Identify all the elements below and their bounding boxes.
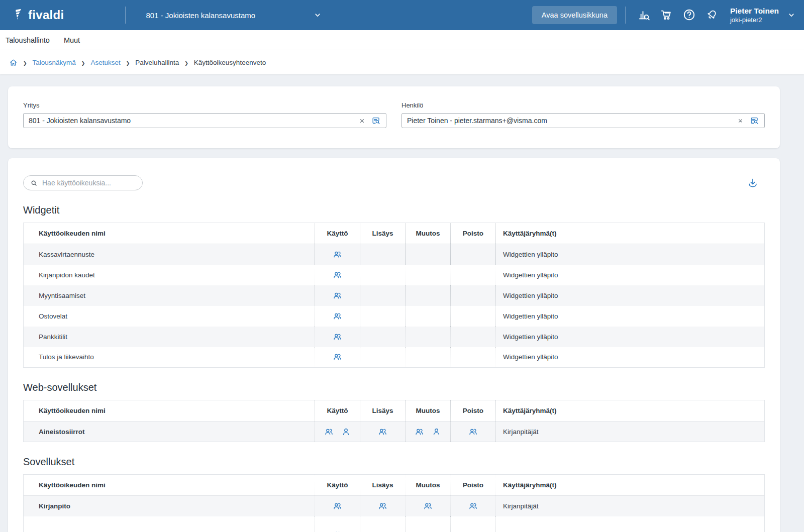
permission-cell	[315, 516, 360, 532]
section-title: Widgetit	[23, 204, 765, 216]
user-group-icon	[333, 352, 342, 362]
permission-cell	[315, 327, 360, 347]
home-link[interactable]	[9, 58, 18, 67]
permission-cell	[451, 327, 496, 347]
column-header: Käyttö	[315, 223, 360, 244]
home-icon	[9, 58, 18, 67]
permission-cell	[315, 244, 360, 265]
permission-cell	[315, 421, 360, 442]
permission-cell	[360, 265, 406, 285]
user-group-icon	[333, 291, 342, 300]
permission-cell	[360, 496, 406, 516]
permission-cell	[406, 347, 451, 368]
user-groups: Widgettien ylläpito	[496, 265, 765, 285]
company-input[interactable]	[29, 117, 359, 125]
table-row: PankkitilitWidgettien ylläpito	[24, 327, 765, 347]
chart-search-button[interactable]	[637, 8, 651, 22]
permission-cell	[406, 421, 451, 442]
user-group-icon	[378, 501, 387, 511]
permission-cell	[406, 306, 451, 327]
download-button[interactable]	[747, 177, 759, 189]
permission-cell	[315, 496, 360, 516]
permissions-card: WidgetitKäyttöoikeuden nimiKäyttöLisäysM…	[8, 158, 780, 532]
breadcrumb-separator	[126, 59, 130, 66]
breadcrumb-separator	[184, 59, 188, 66]
user-group-icon	[333, 250, 342, 259]
list-search-icon	[750, 116, 759, 126]
open-app-window-button[interactable]: Avaa sovellusikkuna	[532, 6, 617, 24]
tab-muut[interactable]: Muut	[64, 36, 80, 44]
table-row: Tulos ja liikevaihtoWidgettien ylläpito	[24, 347, 765, 368]
table-row: AineistosiirrotKirjanpitäjät	[24, 421, 765, 442]
company-input-wrap	[23, 113, 386, 128]
permissions-search	[23, 175, 143, 190]
column-header: Poisto	[451, 475, 496, 496]
user-group-icon	[324, 427, 334, 437]
permission-cell	[451, 347, 496, 368]
company-field: Yritys	[23, 101, 386, 128]
topbar-divider	[125, 7, 126, 24]
permission-name: Ostovelat	[24, 306, 315, 327]
topbar: fivaldi 801 - Jokioisten kalansavustamo …	[0, 0, 804, 30]
user-group-icon	[333, 270, 342, 280]
permission-cell	[406, 327, 451, 347]
permission-cell	[406, 516, 451, 532]
permission-name: Kirjanpito	[24, 496, 315, 516]
fivaldi-logo-icon	[11, 8, 25, 23]
table-row: OstovelatWidgettien ylläpito	[24, 306, 765, 327]
user-menu[interactable]: Pieter Toinen joki-pieter2	[730, 6, 796, 24]
breadcrumb-item-asetukset[interactable]: Asetukset	[90, 59, 120, 66]
person-input[interactable]	[407, 117, 738, 125]
permission-cell	[315, 306, 360, 327]
column-header: Muutos	[406, 475, 451, 496]
user-groups: Widgettien ylläpito	[496, 244, 765, 265]
company-clear-button[interactable]	[359, 118, 365, 124]
download-icon	[747, 177, 759, 189]
person-clear-button[interactable]	[738, 118, 743, 124]
permission-cell	[406, 244, 451, 265]
permission-cell	[315, 265, 360, 285]
column-header: Käyttäjäryhmä(t)	[496, 475, 765, 496]
breadcrumb-separator	[23, 59, 27, 66]
user-groups: Kirjanpitäjät	[496, 496, 765, 516]
column-header: Käyttö	[315, 400, 360, 421]
notifications-button[interactable]	[705, 8, 719, 22]
breadcrumb: Talousnäkymä Asetukset Palveluhallinta K…	[0, 50, 804, 74]
permissions-section: WidgetitKäyttöoikeuden nimiKäyttöLisäysM…	[23, 204, 765, 368]
breadcrumb-item-talousnakyma[interactable]: Talousnäkymä	[33, 59, 76, 66]
user-groups	[496, 516, 765, 532]
permission-cell	[451, 285, 496, 306]
user-groups: Widgettien ylläpito	[496, 347, 765, 368]
permissions-table: Käyttöoikeuden nimiKäyttöLisäysMuutosPoi…	[23, 400, 765, 442]
section-title: Sovellukset	[23, 456, 765, 468]
table-toolbar	[23, 175, 765, 190]
column-header: Käyttöoikeuden nimi	[24, 223, 315, 244]
cart-icon	[660, 8, 673, 22]
breadcrumb-item-palveluhallinta: Palveluhallinta	[135, 59, 179, 66]
company-lookup-button[interactable]	[371, 116, 381, 126]
permission-cell	[451, 265, 496, 285]
company-field-label: Yritys	[23, 101, 386, 109]
permission-cell	[451, 244, 496, 265]
user-group-icon	[468, 501, 478, 511]
fivaldi-logo: fivaldi	[11, 8, 64, 23]
column-header: Käyttö	[315, 475, 360, 496]
permission-cell	[315, 285, 360, 306]
chevron-down-icon	[313, 11, 322, 20]
column-header: Lisäys	[360, 400, 406, 421]
table-row: MyyntisaamisetWidgettien ylläpito	[24, 285, 765, 306]
cart-button[interactable]	[660, 8, 673, 22]
company-selector[interactable]: 801 - Jokioisten kalansavustamo	[146, 11, 322, 20]
help-icon	[682, 8, 696, 22]
person-lookup-button[interactable]	[750, 116, 759, 126]
search-input[interactable]	[42, 179, 136, 187]
breadcrumb-item-kayttooikeusyhteenveto: Käyttöoikeusyhteenveto	[194, 59, 266, 66]
tab-taloushallinto[interactable]: Taloushallinto	[6, 36, 50, 44]
column-header: Poisto	[451, 223, 496, 244]
column-header: Käyttäjäryhmä(t)	[496, 400, 765, 421]
help-button[interactable]	[682, 8, 696, 22]
permissions-section: SovelluksetKäyttöoikeuden nimiKäyttöLisä…	[23, 456, 765, 532]
permission-cell	[360, 244, 406, 265]
section-title: Web-sovellukset	[23, 382, 765, 393]
table-row: KassavirtaennusteWidgettien ylläpito	[24, 244, 765, 265]
